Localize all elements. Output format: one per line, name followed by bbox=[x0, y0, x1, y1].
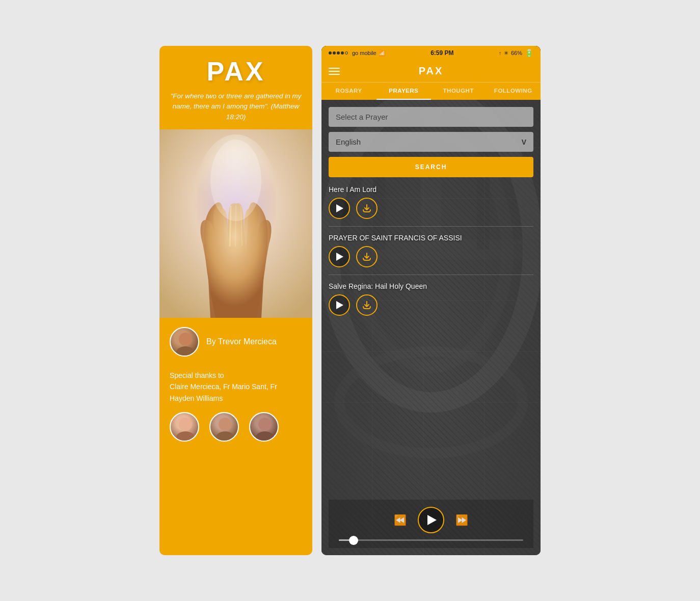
language-selector[interactable]: English V bbox=[329, 132, 533, 152]
prayer-panel: Select a Prayer English V SEARCH Here I … bbox=[321, 100, 541, 555]
status-bar: go mobile 📶 6:59 PM ↑ ✳ 66% 🔋 bbox=[321, 46, 541, 60]
search-button[interactable]: SEARCH bbox=[329, 157, 533, 177]
dot5 bbox=[345, 51, 348, 54]
hamburger-line-3 bbox=[329, 74, 340, 75]
right-screen: go mobile 📶 6:59 PM ↑ ✳ 66% 🔋 PA bbox=[321, 46, 541, 555]
play-button-2[interactable] bbox=[329, 246, 350, 267]
download-button-3[interactable] bbox=[356, 294, 378, 316]
dot3 bbox=[337, 51, 340, 54]
tabs-bar: ROSARY PRAYERS THOUGHT FOLLOWING bbox=[321, 82, 541, 100]
dot1 bbox=[329, 51, 332, 54]
app-title-left: PAX bbox=[159, 46, 312, 89]
play-main-icon bbox=[427, 515, 437, 525]
download-icon-2 bbox=[361, 251, 372, 262]
svg-point-8 bbox=[179, 418, 192, 431]
hamburger-line-2 bbox=[329, 71, 340, 72]
progress-thumb[interactable] bbox=[349, 536, 358, 545]
dot2 bbox=[333, 51, 336, 54]
hamburger-menu[interactable] bbox=[329, 68, 340, 75]
tab-rosary[interactable]: ROSARY bbox=[321, 83, 376, 100]
avatar-claire bbox=[170, 412, 199, 442]
play-icon-1 bbox=[336, 204, 343, 212]
right-content: go mobile 📶 6:59 PM ↑ ✳ 66% 🔋 PA bbox=[321, 46, 541, 555]
play-icon-2 bbox=[336, 253, 343, 261]
svg-point-13 bbox=[256, 431, 274, 442]
signal-dots bbox=[329, 51, 348, 54]
select-prayer-bar[interactable]: Select a Prayer bbox=[329, 107, 533, 127]
battery-icon: 🔋 bbox=[525, 49, 533, 57]
app-header: PAX bbox=[321, 60, 541, 82]
avatar-mario bbox=[209, 412, 239, 442]
prayer-item-2: PRAYER OF SAINT FRANCIS OF ASSISI bbox=[329, 231, 533, 270]
carrier-text: go mobile bbox=[352, 50, 376, 56]
svg-line-4 bbox=[235, 205, 236, 247]
divider-1 bbox=[329, 226, 533, 227]
download-button-1[interactable] bbox=[356, 198, 378, 219]
app-header-title: PAX bbox=[419, 65, 444, 77]
forward-button[interactable]: ⏩ bbox=[455, 514, 468, 526]
dot4 bbox=[341, 51, 344, 54]
player-bar: ⏪ ⏩ bbox=[329, 500, 533, 548]
divider-2 bbox=[329, 275, 533, 275]
prayer-item-3: Salve Regina: Hail Holy Queen bbox=[329, 279, 533, 319]
tab-following[interactable]: FOLLOWING bbox=[486, 83, 541, 100]
prayer-list: Here I Am Lord bbox=[329, 182, 533, 495]
battery-percent: 66% bbox=[511, 50, 522, 56]
play-icon-3 bbox=[336, 301, 343, 309]
arrow-up-icon: ↑ bbox=[499, 50, 501, 56]
svg-line-3 bbox=[230, 206, 231, 247]
prayer-item-1: Here I Am Lord bbox=[329, 182, 533, 222]
svg-point-11 bbox=[216, 431, 234, 442]
svg-point-9 bbox=[176, 431, 195, 442]
author-section: By Trevor Mercieca bbox=[159, 318, 312, 362]
select-prayer-label: Select a Prayer bbox=[336, 113, 388, 121]
prayer-name-3: Salve Regina: Hail Holy Queen bbox=[329, 282, 533, 290]
hamburger-line-1 bbox=[329, 68, 340, 69]
author-name: By Trevor Mercieca bbox=[206, 337, 277, 346]
tab-prayers[interactable]: PRAYERS bbox=[376, 83, 432, 100]
avatar-hayden bbox=[249, 412, 279, 442]
language-text: English bbox=[336, 138, 361, 146]
prayer-name-1: Here I Am Lord bbox=[329, 185, 533, 194]
praying-hands-image bbox=[159, 129, 312, 318]
rewind-button[interactable]: ⏪ bbox=[394, 514, 407, 526]
screens-container: PAX "For where two or three are gathered… bbox=[149, 36, 551, 565]
play-button-1[interactable] bbox=[329, 198, 350, 219]
svg-point-6 bbox=[179, 333, 192, 346]
prayer-controls-2 bbox=[329, 246, 533, 267]
avatar-trevor bbox=[170, 327, 199, 357]
svg-point-7 bbox=[176, 346, 195, 357]
status-right: ↑ ✳ 66% 🔋 bbox=[499, 49, 533, 57]
download-icon-1 bbox=[361, 203, 372, 214]
scripture-quote: "For where two or three are gathered in … bbox=[159, 89, 312, 129]
status-time: 6:59 PM bbox=[430, 49, 453, 57]
download-button-2[interactable] bbox=[356, 246, 378, 267]
left-screen: PAX "For where two or three are gathered… bbox=[159, 46, 312, 555]
thanks-section: Special thanks to Claire Mercieca, Fr Ma… bbox=[159, 362, 312, 447]
play-main-button[interactable] bbox=[418, 507, 444, 533]
download-icon-3 bbox=[361, 299, 372, 311]
dropdown-indicator: V bbox=[522, 138, 526, 146]
thanks-text: Special thanks to Claire Mercieca, Fr Ma… bbox=[170, 370, 302, 404]
prayer-controls-1 bbox=[329, 198, 533, 219]
prayer-controls-3 bbox=[329, 294, 533, 316]
svg-point-12 bbox=[258, 418, 272, 431]
prayer-name-2: PRAYER OF SAINT FRANCIS OF ASSISI bbox=[329, 234, 533, 242]
status-left: go mobile 📶 bbox=[329, 50, 386, 57]
tab-thought[interactable]: THOUGHT bbox=[431, 83, 486, 100]
thanks-avatars bbox=[170, 412, 302, 442]
play-button-3[interactable] bbox=[329, 294, 350, 316]
wifi-icon: 📶 bbox=[379, 50, 386, 57]
player-controls: ⏪ ⏩ bbox=[394, 507, 468, 533]
svg-point-10 bbox=[219, 418, 232, 431]
progress-bar[interactable] bbox=[339, 539, 523, 541]
bluetooth-icon: ✳ bbox=[504, 50, 508, 57]
